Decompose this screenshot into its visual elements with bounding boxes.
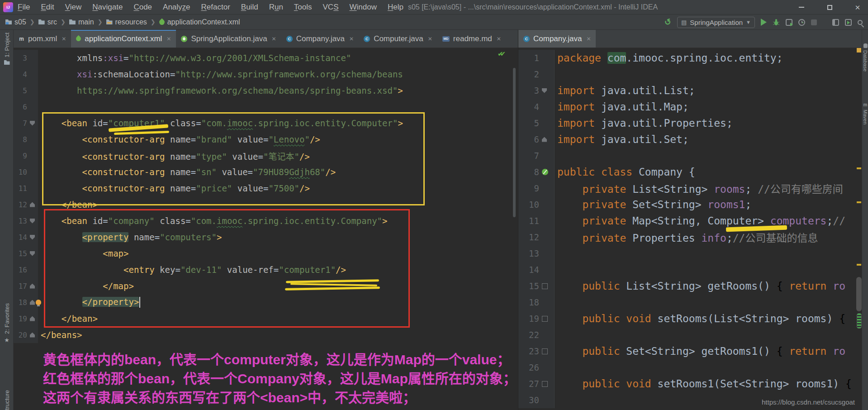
fold-plus-icon[interactable] [542, 381, 548, 387]
token: <property [82, 232, 129, 242]
close-icon[interactable]: ✕ [349, 36, 354, 42]
breadcrumb-label: src [47, 18, 57, 26]
sidebar-item-structure[interactable]: Structure [0, 390, 14, 410]
fold-plus-icon[interactable] [542, 348, 548, 354]
breadcrumb-item-s05[interactable]: s05 [5, 18, 26, 26]
debug-button[interactable] [773, 19, 780, 26]
token: setRooms(List<String> rooms) [651, 313, 839, 324]
code-line-10: 10 private Set<String> rooms1; [518, 196, 862, 213]
close-icon[interactable]: ✕ [428, 36, 432, 42]
gutter: 11 [14, 180, 38, 196]
tab-applicationcontext.xml[interactable]: applicationContext.xml✕ [71, 30, 176, 48]
token: public class [557, 166, 632, 178]
gutter: 9 [14, 148, 38, 164]
xml-editor[interactable]: 3 xmlns:xsi="http://www.w3.org/2001/XMLS… [14, 50, 518, 410]
left-editor-scrollbar[interactable] [513, 68, 516, 217]
run-config-select[interactable]: ▤ SpringApplication ▼ [677, 17, 755, 28]
token: id [87, 216, 103, 226]
stripe-warning-tick[interactable] [857, 201, 861, 203]
minimize-button[interactable] [796, 3, 807, 12]
menu-item-code[interactable]: Code [133, 3, 152, 12]
menu-item-run[interactable]: Run [269, 3, 283, 12]
favorites-toolwindow-label: 2: Favorites [4, 303, 10, 334]
gutter: 5 [14, 82, 38, 99]
editor-left-pane[interactable]: mpom.xml✕applicationContext.xml✕SpringAp… [14, 30, 518, 410]
fold-up-icon[interactable] [30, 202, 35, 207]
maximize-button[interactable] [824, 3, 835, 12]
menu-item-window[interactable]: Window [350, 3, 377, 12]
profiler-button[interactable] [798, 19, 805, 26]
close-icon[interactable]: ✕ [62, 36, 66, 42]
token: computers [770, 215, 827, 227]
right-editor-scrollbar[interactable] [856, 277, 862, 311]
menu-item-build[interactable]: Build [241, 3, 258, 12]
breadcrumb-item-main[interactable]: main [69, 18, 94, 26]
close-icon[interactable]: ✕ [166, 36, 171, 42]
token: { [839, 313, 845, 324]
menu-item-refactor[interactable]: Refactor [201, 3, 230, 12]
search-everywhere-button[interactable] [858, 20, 863, 25]
gutter-icons [27, 235, 35, 240]
breadcrumb-item-src[interactable]: src [38, 18, 57, 26]
close-icon[interactable]: ✕ [497, 36, 501, 42]
sidebar-item-maven[interactable]: mMaven [862, 102, 868, 124]
tab-company.java[interactable]: CCompany.java✕ [281, 30, 359, 48]
bulb-icon[interactable] [36, 300, 41, 305]
run-anything-icon[interactable] [845, 19, 852, 26]
stripe-warning-tick[interactable] [857, 264, 861, 266]
token: List<String> [626, 183, 714, 195]
fold-plus-icon[interactable] [542, 316, 548, 322]
menu-item-vcs[interactable]: VCS [323, 3, 339, 12]
menu-item-tools[interactable]: Tools [294, 3, 312, 12]
fold-up-icon[interactable] [30, 333, 35, 338]
fold-down-icon[interactable] [542, 88, 547, 93]
line-number: 23 [518, 346, 539, 356]
sidebar-item-favorites[interactable]: 2: Favorites ★ [0, 303, 14, 343]
bean-icon[interactable] [542, 169, 548, 175]
fold-down-icon[interactable] [30, 251, 35, 256]
fold-up-icon[interactable] [542, 137, 547, 142]
code-text: </bean> [38, 314, 98, 324]
tab-springapplication.java[interactable]: SpringApplication.java✕ [176, 30, 281, 48]
tab-readme.md[interactable]: MDreadme.md✕ [437, 30, 506, 48]
close-icon[interactable]: ✕ [272, 36, 276, 42]
fold-plus-icon[interactable] [542, 283, 548, 289]
gutter: 6 [518, 131, 555, 148]
fold-down-icon[interactable] [30, 235, 35, 240]
tab-company.java[interactable]: CCompany.java✕ [518, 30, 596, 48]
stripe-warning-tick[interactable] [857, 167, 861, 169]
fold-up-icon[interactable] [30, 316, 35, 321]
coverage-button[interactable] [786, 19, 792, 26]
breadcrumb-item-applicationcontext.xml[interactable]: applicationContext.xml [159, 18, 240, 26]
java-editor[interactable]: 1package com.imooc.spring.ioc.entity;23i… [518, 50, 862, 410]
menu-item-edit[interactable]: Edit [41, 3, 54, 12]
sidebar-item-project[interactable]: 1: Project [0, 33, 14, 65]
code-text: private Map<String, Computer> computers;… [555, 215, 845, 227]
load-changes-icon[interactable]: ↺ [663, 16, 673, 28]
menu-item-analyze[interactable]: Analyze [163, 3, 190, 12]
stop-button[interactable] [811, 19, 817, 25]
token: <entry [123, 265, 155, 275]
tab-computer.java[interactable]: CComputer.java✕ [359, 30, 437, 48]
editor-right-pane[interactable]: CCompany.java✕ 1package com.imooc.spring… [518, 30, 862, 410]
code-text: </beans> [38, 330, 82, 340]
menu-item-file[interactable]: File [18, 3, 30, 12]
sidebar-item-database[interactable]: Database [862, 43, 868, 72]
tab-pom.xml[interactable]: mpom.xml✕ [14, 30, 71, 48]
fold-up-icon[interactable] [30, 284, 35, 289]
breadcrumb-item-resources[interactable]: resources [106, 18, 147, 26]
close-icon[interactable]: ✕ [586, 36, 591, 42]
menu-item-navigate[interactable]: Navigate [92, 3, 123, 12]
run-button[interactable] [761, 19, 767, 26]
toolwindows-icon[interactable] [832, 19, 839, 26]
folder-icon [38, 19, 45, 24]
fold-up-icon[interactable] [30, 300, 35, 305]
code-line-27: 27 public void setRooms1(Set<String> roo… [518, 376, 862, 392]
close-button[interactable]: ✕ [852, 3, 863, 12]
menu-item-view[interactable]: View [65, 3, 82, 12]
menu-item-help[interactable]: Help [388, 3, 403, 12]
fold-down-icon[interactable] [30, 219, 35, 224]
fold-down-icon[interactable] [30, 121, 35, 126]
inspection-ok-icon[interactable]: ✔✔ [498, 50, 503, 58]
token: name [165, 152, 191, 162]
